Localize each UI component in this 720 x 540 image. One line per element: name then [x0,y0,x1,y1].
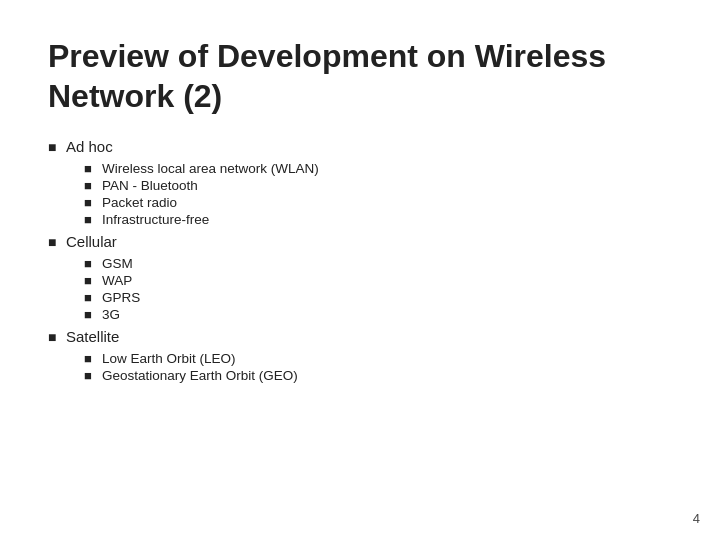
sub-label: GSM [102,256,133,271]
sub-list-cellular: ■ GSM ■ WAP ■ GPRS ■ 3G [84,256,672,322]
list-item: ■ GSM [84,256,672,271]
main-label-cellular: Cellular [66,233,117,250]
list-item: ■ PAN - Bluetooth [84,178,672,193]
main-item-adhoc: ■ Ad hoc [48,138,672,155]
main-item-satellite: ■ Satellite [48,328,672,345]
sub-label: Infrastructure-free [102,212,209,227]
page-number: 4 [693,511,700,526]
slide-title: Preview of Development on Wireless Netwo… [48,36,672,116]
sub-bullet: ■ [84,161,102,176]
list-item: ■ GPRS [84,290,672,305]
main-bullet-cellular: ■ [48,234,66,250]
main-bullet-adhoc: ■ [48,139,66,155]
list-item: ■ Low Earth Orbit (LEO) [84,351,672,366]
sub-bullet: ■ [84,307,102,322]
list-item: ■ Geostationary Earth Orbit (GEO) [84,368,672,383]
slide: Preview of Development on Wireless Netwo… [0,0,720,540]
sub-bullet: ■ [84,195,102,210]
list-item: ■ 3G [84,307,672,322]
sub-label: Low Earth Orbit (LEO) [102,351,236,366]
sub-bullet: ■ [84,351,102,366]
sub-label: Geostationary Earth Orbit (GEO) [102,368,298,383]
sub-bullet: ■ [84,368,102,383]
main-item-cellular: ■ Cellular [48,233,672,250]
sub-label: PAN - Bluetooth [102,178,198,193]
main-label-adhoc: Ad hoc [66,138,113,155]
sub-label: WAP [102,273,132,288]
list-item: ■ Infrastructure-free [84,212,672,227]
sub-bullet: ■ [84,212,102,227]
sub-label: Packet radio [102,195,177,210]
sub-bullet: ■ [84,290,102,305]
sub-label: GPRS [102,290,140,305]
list-item: ■ Packet radio [84,195,672,210]
sub-label: Wireless local area network (WLAN) [102,161,319,176]
sub-label: 3G [102,307,120,322]
list-item: ■ Wireless local area network (WLAN) [84,161,672,176]
list-item: ■ WAP [84,273,672,288]
sub-list-adhoc: ■ Wireless local area network (WLAN) ■ P… [84,161,672,227]
sub-bullet: ■ [84,256,102,271]
sub-bullet: ■ [84,178,102,193]
slide-content: ■ Ad hoc ■ Wireless local area network (… [48,138,672,383]
main-bullet-satellite: ■ [48,329,66,345]
sub-list-satellite: ■ Low Earth Orbit (LEO) ■ Geostationary … [84,351,672,383]
main-label-satellite: Satellite [66,328,119,345]
sub-bullet: ■ [84,273,102,288]
